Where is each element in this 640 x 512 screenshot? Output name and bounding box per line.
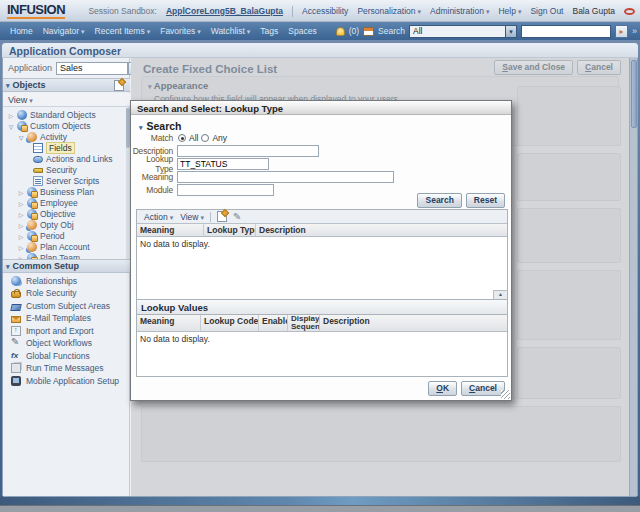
- session-sandbox-link[interactable]: ApplCoreLong5B_BalaGupta: [166, 6, 283, 16]
- tree-item-server-scripts[interactable]: Server Scripts: [31, 175, 99, 186]
- personalization-label[interactable]: Personalization: [357, 6, 415, 16]
- nav-navigator[interactable]: Navigator: [43, 26, 85, 36]
- tree-item-period[interactable]: Period: [17, 230, 65, 241]
- expand-icon[interactable]: [17, 231, 25, 241]
- sidebar-item-role-security[interactable]: Role Security: [3, 287, 77, 299]
- sign-out-link[interactable]: Sign Out: [530, 6, 563, 16]
- alerts-bell-icon[interactable]: [336, 27, 345, 36]
- match-any-radio[interactable]: [201, 134, 209, 142]
- ok-button[interactable]: OK: [428, 381, 457, 396]
- tree-item-actions-and-links[interactable]: Actions and Links: [31, 153, 113, 164]
- common-setup-accordion-header[interactable]: Common Setup: [3, 259, 130, 273]
- scrollbar-thumb[interactable]: [631, 60, 637, 128]
- tree-item-fields[interactable]: Fields: [31, 142, 75, 153]
- advanced-search-icon[interactable]: »: [632, 26, 637, 36]
- expand-icon[interactable]: [17, 187, 25, 197]
- object-icon: [27, 220, 37, 230]
- module-field[interactable]: [177, 184, 274, 196]
- tree-item-activity[interactable]: Activity: [17, 131, 67, 142]
- administration-label[interactable]: Administration: [430, 6, 484, 16]
- vertical-scrollbar[interactable]: [629, 58, 637, 496]
- expand-icon[interactable]: [17, 209, 25, 219]
- column-header-lookup-code[interactable]: Lookup Code: [201, 315, 259, 331]
- edit-pencil-icon[interactable]: ✎: [233, 211, 241, 222]
- tree-item-standard-objects[interactable]: Standard Objects: [7, 109, 96, 120]
- sidebar-item-mobile-application-setup[interactable]: Mobile Application Setup: [3, 375, 119, 387]
- divider: [292, 6, 293, 17]
- column-header-meaning[interactable]: Meaning: [137, 315, 201, 331]
- sidebar-item-global-functions[interactable]: Global Functions: [3, 350, 90, 362]
- view-menu[interactable]: View: [180, 212, 204, 222]
- tree-item-objective[interactable]: Objective: [17, 208, 75, 219]
- reset-button[interactable]: Reset: [466, 193, 505, 208]
- no-data-message: No data to display.: [140, 239, 210, 249]
- tree-item-custom-objects[interactable]: Custom Objects: [7, 120, 90, 131]
- lookup-type-row: Lookup Type: [131, 158, 269, 170]
- tree-item-opty-obj[interactable]: Opty Obj: [17, 219, 74, 230]
- footer-bar: [0, 505, 640, 512]
- nav-watchlist[interactable]: Watchlist: [211, 26, 251, 36]
- scroll-to-top-icon[interactable]: [493, 290, 507, 299]
- search-section-header[interactable]: Search: [139, 120, 182, 132]
- sidebar-item-relationships[interactable]: Relationships: [3, 275, 77, 287]
- accessibility-link[interactable]: Accessibility: [302, 6, 348, 16]
- collapse-icon[interactable]: [17, 132, 25, 142]
- application-select[interactable]: Sales: [56, 62, 128, 75]
- resize-grip[interactable]: [501, 390, 510, 399]
- results-table-body: No data to display.: [137, 237, 507, 299]
- description-field[interactable]: [177, 145, 319, 157]
- search-button[interactable]: Search: [417, 193, 461, 208]
- nav-recent-items[interactable]: Recent Items: [95, 26, 151, 36]
- sidebar-item-custom-subject-areas[interactable]: Custom Subject Areas: [3, 300, 110, 312]
- column-header-description[interactable]: Description: [320, 315, 507, 331]
- administration-menu[interactable]: Administration: [430, 6, 489, 16]
- mobile-icon: [11, 376, 21, 386]
- tree-item-employee[interactable]: Employee: [17, 197, 78, 208]
- objects-accordion-header[interactable]: Objects: [3, 78, 130, 92]
- tree-item-security[interactable]: Security: [31, 164, 77, 175]
- column-header-display-sequence[interactable]: Display Sequence: [288, 315, 320, 331]
- nav-spaces[interactable]: Spaces: [288, 26, 316, 36]
- search-input[interactable]: [521, 25, 611, 38]
- dialog-cancel-button[interactable]: Cancel: [461, 381, 505, 396]
- personalization-menu[interactable]: Personalization: [357, 6, 421, 16]
- chevron-down-icon[interactable]: [505, 26, 516, 37]
- sidebar-item-object-workflows[interactable]: Object Workflows: [3, 337, 92, 349]
- expand-icon[interactable]: [17, 198, 25, 208]
- help-menu[interactable]: Help: [498, 6, 521, 16]
- search-scope-select[interactable]: All: [409, 25, 517, 38]
- expand-icon[interactable]: [7, 110, 15, 120]
- expand-icon[interactable]: [17, 242, 25, 252]
- nav-favorites[interactable]: Favorites: [160, 26, 200, 36]
- dialog-title-bar[interactable]: Search and Select: Lookup Type: [131, 101, 511, 115]
- column-header-meaning[interactable]: Meaning: [137, 224, 204, 236]
- action-menu[interactable]: Action: [144, 212, 173, 222]
- create-lookup-icon[interactable]: [217, 211, 227, 222]
- script-icon: [33, 176, 43, 186]
- calendar-icon[interactable]: [363, 27, 374, 36]
- match-all-radio[interactable]: [178, 134, 186, 142]
- tree-item-plan-account[interactable]: Plan Account: [17, 241, 90, 252]
- column-header-description[interactable]: Description: [256, 224, 507, 236]
- global-header-links: Session Sandbox: ApplCoreLong5B_BalaGupt…: [88, 0, 635, 22]
- column-header-lookup-type[interactable]: Lookup Type: [204, 224, 256, 236]
- view-menu[interactable]: View: [8, 95, 33, 105]
- column-header-enabled[interactable]: Enabled: [259, 315, 288, 331]
- messages-icon: [11, 363, 21, 373]
- meaning-field[interactable]: [177, 171, 394, 183]
- global-header: INFUSION Session Sandbox: ApplCoreLong5B…: [0, 0, 640, 22]
- collapse-icon[interactable]: [7, 121, 15, 131]
- nav-home[interactable]: Home: [10, 26, 33, 36]
- object-icon: [27, 209, 37, 219]
- tree-item-plan-team[interactable]: Plan Team: [17, 252, 80, 259]
- help-label[interactable]: Help: [498, 6, 515, 16]
- sidebar-item-email-templates[interactable]: E-Mail Templates: [3, 312, 91, 324]
- sidebar-item-run-time-messages[interactable]: Run Time Messages: [3, 362, 103, 374]
- new-object-icon[interactable]: [114, 80, 124, 91]
- search-go-button[interactable]: ▸: [615, 25, 628, 38]
- lock-icon: [11, 291, 21, 298]
- tree-item-business-plan[interactable]: Business Plan: [17, 186, 94, 197]
- nav-tags[interactable]: Tags: [260, 26, 278, 36]
- expand-icon[interactable]: [17, 220, 25, 230]
- lookup-type-field[interactable]: [177, 158, 269, 170]
